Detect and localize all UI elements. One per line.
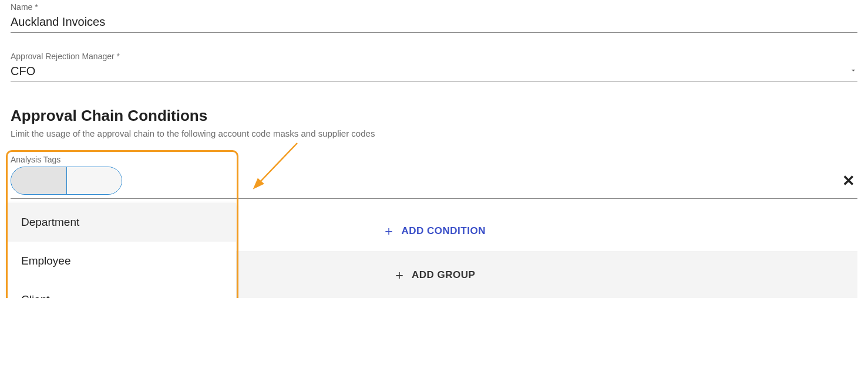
section-subtitle: Limit the usage of the approval chain to… (11, 128, 857, 138)
tag-chip-left[interactable] (11, 167, 67, 194)
add-group-button[interactable]: ADD GROUP (412, 269, 475, 281)
section-title: Approval Chain Conditions (11, 107, 857, 125)
analysis-tags-dropdown: Department Employee Client (7, 203, 236, 298)
analysis-tags-area: Analysis Tags ✕ Department Employee Clie… (11, 155, 857, 199)
analysis-tags-label: Analysis Tags (11, 155, 857, 164)
manager-field: Approval Rejection Manager * CFO (11, 52, 857, 82)
add-condition-button[interactable]: ADD CONDITION (402, 225, 486, 237)
dropdown-option-client[interactable]: Client (7, 280, 236, 298)
tag-chip[interactable] (11, 167, 122, 195)
plus-icon[interactable]: ＋ (393, 269, 406, 282)
dropdown-option-department[interactable]: Department (7, 203, 236, 242)
dropdown-option-employee[interactable]: Employee (7, 242, 236, 280)
name-value[interactable]: Auckland Invoices (11, 15, 857, 29)
name-label: Name * (11, 2, 857, 12)
chevron-down-icon[interactable] (849, 66, 857, 77)
manager-value: CFO (11, 65, 849, 78)
tag-chip-right[interactable] (67, 167, 122, 194)
plus-icon[interactable]: ＋ (382, 225, 396, 238)
analysis-tags-input-row[interactable]: ✕ (11, 167, 857, 199)
close-icon[interactable]: ✕ (842, 172, 857, 190)
name-field: Name * Auckland Invoices (11, 2, 857, 33)
manager-label: Approval Rejection Manager * (11, 52, 857, 61)
manager-select-row[interactable]: CFO (11, 62, 857, 82)
name-input-row[interactable]: Auckland Invoices (11, 13, 857, 33)
